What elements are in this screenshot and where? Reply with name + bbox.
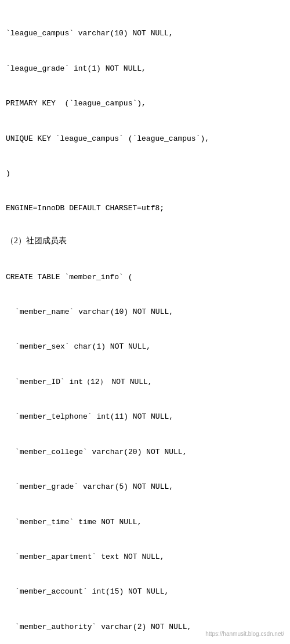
- member-info-field-2: `member_ID` int（12） NOT NULL,: [6, 376, 284, 388]
- member-info-field-8: `member_account` int(15) NOT NULL,: [6, 586, 284, 598]
- section-member-info: （2）社团成员表 CREATE TABLE `member_info` ( `m…: [6, 235, 284, 644]
- prefix-line-3: UNIQUE KEY `league_campus` (`league_camp…: [6, 133, 284, 145]
- member-info-field-6: `member_time` time NOT NULL,: [6, 517, 284, 528]
- prefix-line-4: ): [6, 168, 284, 180]
- prefix-line-1: `league_grade` int(1) NOT NULL,: [6, 63, 284, 75]
- prefix-line-0: `league_campus` varchar(10) NOT NULL,: [6, 28, 284, 39]
- watermark: https://hanmusit.blog.csdn.net/: [205, 630, 284, 639]
- section-member-info-title: （2）社团成员表: [6, 235, 284, 247]
- prefix-line-2: PRIMARY KEY (`league_campus`),: [6, 98, 284, 109]
- prefix-code-block: `league_campus` varchar(10) NOT NULL, `l…: [6, 5, 284, 226]
- member-info-field-5: `member_grade` varchar(5) NOT NULL,: [6, 481, 284, 493]
- member-info-field-4: `member_college` varchar(20) NOT NULL,: [6, 447, 284, 458]
- member-info-field-3: `member_telphone` int(11) NOT NULL,: [6, 411, 284, 423]
- member-info-field-7: `member_apartment` text NOT NULL,: [6, 551, 284, 563]
- member-info-field-1: `member_sex` char(1) NOT NULL,: [6, 341, 284, 353]
- member-info-field-0: `member_name` varchar(10) NOT NULL,: [6, 306, 284, 318]
- prefix-line-5: ENGINE=InnoDB DEFAULT CHARSET=utf8;: [6, 203, 284, 214]
- member-info-create-line: CREATE TABLE `member_info` (: [6, 272, 284, 283]
- member-info-code: CREATE TABLE `member_info` ( `member_nam…: [6, 248, 284, 644]
